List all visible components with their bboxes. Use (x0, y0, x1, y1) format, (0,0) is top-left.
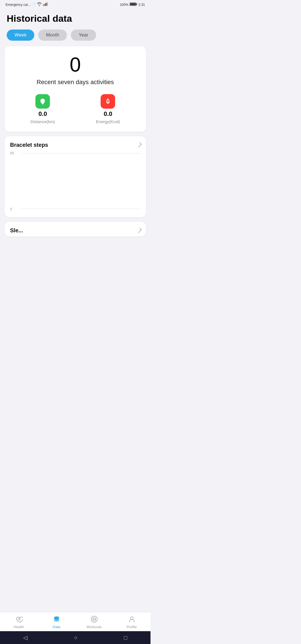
sleep-header: Sle... (10, 227, 140, 234)
sleep-title: Sle... (10, 227, 23, 234)
metrics-row: 0.0 Distance(km) 0.0 Energy(Kcal) (10, 94, 140, 124)
svg-rect-0 (43, 4, 44, 6)
svg-rect-5 (136, 4, 137, 5)
sleep-card: Sle... (4, 222, 146, 236)
energy-value: 0.0 (104, 110, 112, 118)
emergency-call-text: Emergency cal... (6, 3, 30, 7)
energy-metric: 0.0 Energy(Kcal) (96, 94, 120, 124)
activity-label: Recent seven days activities (10, 79, 140, 86)
tab-year[interactable]: Year (71, 30, 96, 41)
signal-icon (43, 2, 48, 7)
status-left: Emergency cal... 📄 (6, 2, 48, 7)
distance-unit: Distance(km) (30, 119, 55, 124)
steps-chart: 90 0 (10, 153, 140, 209)
chart-top-line (21, 153, 140, 153)
energy-unit: Energy(Kcal) (96, 119, 120, 124)
svg-point-8 (107, 102, 109, 103)
activity-count: 0 (10, 55, 140, 75)
page-title: Historical data (0, 8, 151, 27)
time-text: 2:31 (139, 3, 145, 7)
sim-icon: 📄 (31, 3, 36, 7)
steps-header: Bracelet steps (10, 142, 140, 148)
wifi-icon (37, 2, 42, 7)
battery-text: 100% (120, 3, 128, 7)
steps-chevron-icon[interactable] (136, 142, 142, 148)
status-bar: Emergency cal... 📄 100% (0, 0, 151, 8)
steps-title: Bracelet steps (10, 142, 48, 148)
battery-icon (130, 2, 137, 7)
distance-value: 0.0 (38, 110, 47, 118)
svg-rect-2 (45, 3, 47, 6)
tab-month[interactable]: Month (38, 30, 67, 41)
chart-max-label: 90 (10, 151, 14, 155)
chart-min-label: 0 (10, 207, 12, 211)
period-tabs: Week Month Year (0, 27, 151, 46)
svg-rect-1 (44, 4, 45, 6)
chart-bottom-line (21, 209, 140, 209)
sleep-chevron-icon[interactable] (136, 228, 142, 233)
distance-icon (35, 94, 50, 109)
svg-rect-3 (47, 3, 48, 6)
tab-week[interactable]: Week (7, 30, 34, 41)
svg-rect-6 (130, 3, 136, 5)
status-right: 100% 2:31 (120, 2, 145, 7)
activity-card: 0 Recent seven days activities 0.0 Dista… (4, 46, 146, 132)
energy-icon (101, 94, 115, 109)
steps-card: Bracelet steps 90 0 (4, 136, 146, 217)
distance-metric: 0.0 Distance(km) (30, 94, 55, 124)
